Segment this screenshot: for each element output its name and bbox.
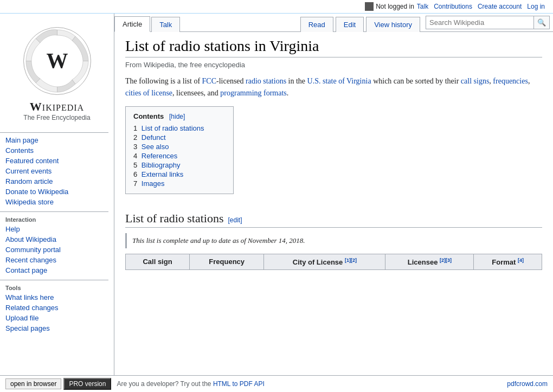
contributions-link[interactable]: Contributions (434, 3, 472, 10)
sidebar-item-current-events[interactable]: Current events (0, 166, 114, 176)
toc-link-6[interactable]: External links (142, 170, 183, 178)
fcc-link[interactable]: FCC (202, 77, 216, 85)
not-logged-in-text: Not logged in (376, 3, 414, 10)
toc-item-4[interactable]: 4 References (133, 151, 226, 160)
licensee-ref-link[interactable]: [2][3] (440, 258, 452, 263)
sidebar-item-random-article[interactable]: Random article (0, 176, 114, 187)
svg-text:W: W (46, 48, 68, 73)
th-format: Format [4] (474, 254, 542, 269)
toc-link-4[interactable]: References (142, 152, 177, 160)
city-sup: [1][2] (345, 258, 357, 263)
sidebar-item-special-pages[interactable]: Special pages (0, 323, 114, 333)
search-box: 🔍 (426, 16, 550, 29)
top-bar: Not logged in Talk Contributions Create … (0, 0, 553, 14)
section1-heading: List of radio stations [edit] (125, 211, 542, 228)
toc-item-1[interactable]: 1 List of radio stations (133, 124, 226, 133)
toc-link-3[interactable]: See also (142, 143, 169, 151)
toc-hide-button[interactable]: [hide] (169, 113, 185, 120)
sidebar-item-main-page[interactable]: Main page (0, 135, 114, 145)
sidebar-interaction-section: Interaction Help About Wikipedia Communi… (0, 211, 114, 275)
toc-item-6[interactable]: 6 External links (133, 170, 226, 179)
wikipedia-globe-icon: W (21, 24, 94, 98)
th-call-sign: Call sign (126, 254, 190, 269)
tab-view-history[interactable]: View history (366, 17, 420, 32)
tab-edit[interactable]: Edit (336, 17, 364, 32)
toc-item-5[interactable]: 5 Bibliography (133, 160, 226, 170)
tab-talk[interactable]: Talk (151, 17, 180, 32)
sidebar-item-wiki-store[interactable]: Wikipedia store (0, 197, 114, 207)
format-sup: [4] (518, 258, 524, 263)
sidebar-tools-section: Tools What links here Related changes Up… (0, 280, 114, 333)
sidebar-item-featured-content[interactable]: Featured content (0, 156, 114, 166)
html-to-pdf-link[interactable]: HTML to PDF API (213, 380, 265, 382)
sidebar-item-related-changes[interactable]: Related changes (0, 303, 114, 313)
tab-read[interactable]: Read (300, 17, 333, 32)
toc-item-2[interactable]: 2 Defunct (133, 133, 226, 142)
sidebar-item-recent-changes[interactable]: Recent changes (0, 255, 114, 265)
us-state-link[interactable]: U.S. state of Virginia (307, 77, 371, 85)
toc-box: Contents [hide] 1 List of radio stations… (125, 106, 234, 194)
sidebar-item-upload-file[interactable]: Upload file (0, 313, 114, 323)
talk-link[interactable]: Talk (417, 3, 428, 10)
tools-title: Tools (0, 282, 114, 292)
sidebar-interaction-divider (0, 211, 108, 212)
sidebar: W WIKIPEDIA The Free Encyclopedia Main p… (0, 14, 114, 382)
sidebar-item-what-links[interactable]: What links here (0, 292, 114, 303)
licensee-sup: [2][3] (440, 258, 452, 263)
th-city-of-license: City of License [1][2] (264, 254, 385, 269)
page-title: List of radio stations in Virginia (125, 37, 542, 57)
from-wikipedia: From Wikipedia, the free encyclopedia (125, 61, 542, 69)
create-account-link[interactable]: Create account (478, 3, 522, 10)
programming-formats-link[interactable]: programming formats (220, 89, 286, 97)
sidebar-logo: W WIKIPEDIA The Free Encyclopedia (0, 19, 114, 127)
sidebar-item-help[interactable]: Help (0, 224, 114, 234)
main-layout: W WIKIPEDIA The Free Encyclopedia Main p… (0, 14, 553, 382)
content-area: Article Talk Read Edit View history 🔍 Li… (114, 14, 553, 382)
toc-link-1[interactable]: List of radio stations (142, 124, 204, 132)
wiki-tagline: The Free Encyclopedia (23, 114, 90, 121)
sidebar-tools-divider (0, 280, 108, 280)
tabs-bar: Article Talk Read Edit View history 🔍 (114, 14, 553, 32)
sidebar-item-community-portal[interactable]: Community portal (0, 245, 114, 255)
article-intro: The following is a list of FCC-licensed … (125, 75, 542, 100)
dev-text: Are you a developer? Try out the HTML to… (117, 380, 507, 382)
toc-item-3[interactable]: 3 See also (133, 142, 226, 151)
city-ref-link[interactable]: [1][2] (345, 258, 357, 263)
pro-version-button[interactable]: PRO version (63, 378, 111, 382)
sidebar-item-donate[interactable]: Donate to Wikipedia (0, 187, 114, 197)
th-licensee: Licensee [2][3] (385, 254, 474, 269)
call-signs-link[interactable]: call signs (461, 77, 490, 85)
sidebar-item-contents[interactable]: Contents (0, 145, 114, 156)
bottom-bar: open in browser PRO version Are you a de… (0, 375, 553, 382)
sidebar-nav-section: Main page Contents Featured content Curr… (0, 132, 114, 207)
toc-title: Contents [hide] (133, 112, 226, 120)
search-input[interactable] (426, 16, 534, 29)
open-in-browser-button[interactable]: open in browser (5, 378, 61, 382)
tab-right-group: Read Edit View history 🔍 (300, 14, 553, 31)
format-ref-link[interactable]: [4] (518, 258, 524, 263)
search-button[interactable]: 🔍 (534, 16, 550, 29)
wiki-wordmark: WIKIPEDIA (30, 100, 84, 114)
section-note: This list is complete and up to date as … (125, 233, 542, 248)
tab-article[interactable]: Article (114, 16, 150, 32)
interaction-title: Interaction (0, 214, 114, 224)
toc-link-5[interactable]: Bibliography (142, 161, 181, 169)
frequencies-link[interactable]: frequencies (493, 77, 528, 85)
radio-stations-link[interactable]: radio stations (246, 77, 286, 85)
pdfcrowd-link: pdfcrowd.com (507, 380, 548, 382)
user-icon (365, 2, 374, 11)
sidebar-item-about[interactable]: About Wikipedia (0, 234, 114, 245)
section1-edit-link[interactable]: [edit] (228, 216, 242, 224)
toc-item-7[interactable]: 7 Images (133, 179, 226, 188)
sidebar-divider (0, 132, 108, 133)
stations-table: Call sign Frequency City of License [1][… (125, 254, 542, 270)
log-in-link[interactable]: Log in (527, 3, 545, 10)
toc-link-7[interactable]: Images (142, 179, 165, 188)
th-frequency: Frequency (190, 254, 264, 269)
cities-of-license-link[interactable]: cities of license (125, 89, 172, 97)
sidebar-item-contact[interactable]: Contact page (0, 265, 114, 275)
toc-link-2[interactable]: Defunct (142, 133, 166, 142)
page-content: List of radio stations in Virginia From … (114, 32, 553, 281)
